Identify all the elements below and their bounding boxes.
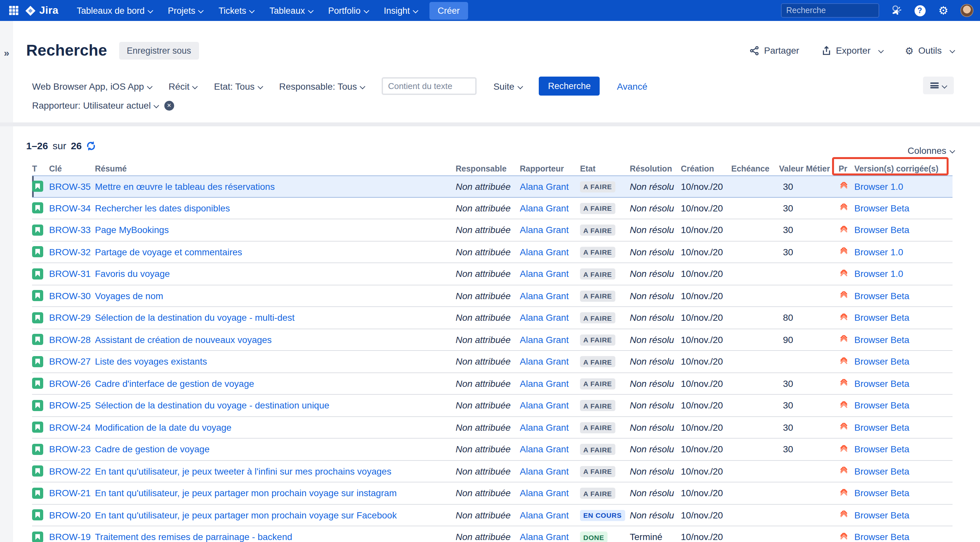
nav-search[interactable] — [781, 3, 879, 17]
issue-key-link[interactable]: BROW-26 — [49, 378, 91, 389]
table-row[interactable]: BROW-24 Modification de la date du voyag… — [32, 416, 953, 439]
share-button[interactable]: Partager — [749, 45, 799, 56]
nav-item-tickets[interactable]: Tickets — [212, 2, 261, 19]
table-row[interactable]: BROW-19 Traitement des remises de parrai… — [32, 526, 953, 542]
reporter-link[interactable]: Alana Grant — [520, 378, 568, 389]
table-row[interactable]: BROW-31 Favoris du voyage Non attribuée … — [32, 263, 953, 285]
reporter-link[interactable]: Alana Grant — [520, 313, 568, 323]
fix-version-link[interactable]: Browser Beta — [854, 466, 909, 477]
column-header-responsable[interactable]: Responsable — [456, 164, 520, 173]
fix-version-link[interactable]: Browser Beta — [854, 334, 909, 345]
fix-version-link[interactable]: Browser Beta — [854, 356, 909, 367]
column-header-cl-[interactable]: Clé — [49, 164, 95, 173]
issue-summary-link[interactable]: Modification de la date du voyage — [95, 422, 231, 433]
issue-key-link[interactable]: BROW-28 — [49, 334, 91, 345]
fix-version-link[interactable]: Browser Beta — [854, 532, 909, 542]
fix-version-link[interactable]: Browser Beta — [854, 444, 909, 455]
issue-key-link[interactable]: BROW-25 — [49, 400, 91, 411]
nav-item-tableaux-de-bord[interactable]: Tableaux de bord — [70, 2, 159, 19]
issue-summary-link[interactable]: Partage de voyage et commentaires — [95, 247, 242, 257]
search-button[interactable]: Recherche — [539, 76, 600, 95]
assignee-filter-dropdown[interactable]: Responsable: Tous — [279, 81, 364, 91]
reporter-link[interactable]: Alana Grant — [520, 181, 568, 192]
reporter-link[interactable]: Alana Grant — [520, 510, 568, 520]
jira-logo[interactable]: Jira — [25, 5, 59, 16]
issue-summary-link[interactable]: En tant qu'utilisateur, je peux partager… — [95, 510, 397, 520]
fix-version-link[interactable]: Browser Beta — [854, 313, 909, 323]
column-header-cr-ation[interactable]: Création — [681, 164, 731, 173]
reporter-link[interactable]: Alana Grant — [520, 247, 568, 257]
announcement-icon[interactable] — [890, 4, 903, 17]
table-row[interactable]: BROW-35 Mettre en œuvre le tableau des r… — [32, 175, 953, 197]
reporter-link[interactable]: Alana Grant — [520, 225, 568, 235]
issue-summary-link[interactable]: Sélection de la destination du voyage - … — [95, 313, 294, 323]
issue-summary-link[interactable]: Cadre de gestion de voyage — [95, 444, 210, 455]
column-header-etat[interactable]: Etat — [580, 164, 630, 173]
issue-key-link[interactable]: BROW-23 — [49, 444, 91, 455]
reporter-filter-chip[interactable]: Rapporteur: Utilisateur actuel ✕ — [32, 100, 174, 111]
reporter-link[interactable]: Alana Grant — [520, 291, 568, 301]
save-as-button[interactable]: Enregistrer sous — [119, 41, 199, 59]
fix-version-link[interactable]: Browser Beta — [854, 488, 909, 499]
issue-summary-link[interactable]: Liste des voyages existants — [95, 356, 207, 367]
column-header-r-sum-[interactable]: Résumé — [95, 164, 456, 173]
table-row[interactable]: BROW-20 En tant qu'utilisateur, je peux … — [32, 504, 953, 526]
issue-key-link[interactable]: BROW-19 — [49, 532, 91, 542]
export-button[interactable]: Exporter — [822, 45, 883, 56]
table-row[interactable]: BROW-27 Liste des voyages existants Non … — [32, 351, 953, 373]
issue-summary-link[interactable]: Cadre d'interface de gestion de voyage — [95, 378, 254, 389]
refresh-icon[interactable] — [86, 140, 96, 151]
issue-key-link[interactable]: BROW-29 — [49, 313, 91, 323]
reporter-link[interactable]: Alana Grant — [520, 269, 568, 279]
issue-summary-link[interactable]: Page MyBookings — [95, 225, 169, 235]
column-header-pr[interactable]: Pr — [838, 164, 854, 173]
table-row[interactable]: BROW-25 Sélection de la destination du v… — [32, 395, 953, 416]
fix-version-link[interactable]: Browser 1.0 — [854, 269, 903, 279]
reporter-link[interactable]: Alana Grant — [520, 488, 568, 499]
project-filter-dropdown[interactable]: Web Browser App, iOS App — [32, 81, 151, 91]
table-row[interactable]: BROW-23 Cadre de gestion de voyage Non a… — [32, 439, 953, 461]
fix-version-link[interactable]: Browser Beta — [854, 510, 909, 520]
reporter-link[interactable]: Alana Grant — [520, 422, 568, 433]
issue-summary-link[interactable]: Assistant de création de nouveaux voyage… — [95, 334, 272, 345]
issue-key-link[interactable]: BROW-21 — [49, 488, 91, 499]
text-search-input[interactable] — [381, 77, 476, 95]
table-row[interactable]: BROW-28 Assistant de création de nouveau… — [32, 329, 953, 351]
nav-search-input[interactable] — [786, 6, 892, 15]
app-switcher-icon[interactable] — [9, 6, 18, 15]
issue-key-link[interactable]: BROW-20 — [49, 510, 91, 520]
issue-key-link[interactable]: BROW-27 — [49, 356, 91, 367]
reporter-link[interactable]: Alana Grant — [520, 466, 568, 477]
user-avatar[interactable] — [960, 4, 974, 17]
table-row[interactable]: BROW-33 Page MyBookings Non attribuée Al… — [32, 219, 953, 241]
nav-item-insight[interactable]: Insight — [377, 2, 424, 19]
column-header-rapporteur[interactable]: Rapporteur — [520, 164, 580, 173]
fix-version-link[interactable]: Browser 1.0 — [854, 181, 903, 192]
table-row[interactable]: BROW-34 Rechercher les dates disponibles… — [32, 197, 953, 219]
fix-version-link[interactable]: Browser 1.0 — [854, 247, 903, 257]
fix-version-link[interactable]: Browser Beta — [854, 422, 909, 433]
nav-item-portfolio[interactable]: Portfolio — [321, 2, 374, 19]
fix-version-link[interactable]: Browser Beta — [854, 291, 909, 301]
reporter-link[interactable]: Alana Grant — [520, 203, 568, 213]
fix-version-link[interactable]: Browser Beta — [854, 378, 909, 389]
nav-item-tableaux[interactable]: Tableaux — [263, 2, 319, 19]
issue-key-link[interactable]: BROW-22 — [49, 466, 91, 477]
settings-icon[interactable]: ⚙ — [937, 4, 950, 17]
issue-summary-link[interactable]: Sélection de la destination du voyage - … — [95, 400, 329, 411]
issue-summary-link[interactable]: En tant qu'utilisateur, je peux tweeter … — [95, 466, 391, 477]
reporter-link[interactable]: Alana Grant — [520, 400, 568, 411]
reporter-link[interactable]: Alana Grant — [520, 356, 568, 367]
view-switcher-button[interactable] — [923, 76, 954, 94]
reporter-link[interactable]: Alana Grant — [520, 532, 568, 542]
column-header-r-solution[interactable]: Résolution — [630, 164, 681, 173]
issue-key-link[interactable]: BROW-34 — [49, 203, 91, 213]
table-row[interactable]: BROW-32 Partage de voyage et commentaire… — [32, 241, 953, 263]
issue-summary-link[interactable]: Voyages de nom — [95, 291, 163, 301]
table-row[interactable]: BROW-26 Cadre d'interface de gestion de … — [32, 373, 953, 395]
fix-version-link[interactable]: Browser Beta — [854, 400, 909, 411]
type-filter-dropdown[interactable]: Récit — [169, 81, 197, 91]
column-header-t[interactable]: T — [32, 164, 49, 173]
table-row[interactable]: BROW-30 Voyages de nom Non attribuée Ala… — [32, 285, 953, 307]
column-header-valeur-m-tier[interactable]: Valeur Métier — [779, 164, 838, 173]
